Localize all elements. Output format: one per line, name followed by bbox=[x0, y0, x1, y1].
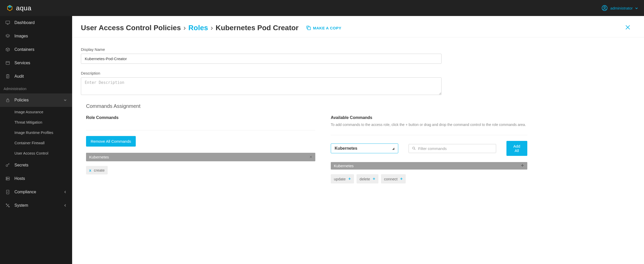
main-content: User Access Control Policies › Roles › K… bbox=[72, 16, 644, 264]
available-commands-title: Available Commands bbox=[331, 115, 527, 120]
svg-point-1 bbox=[604, 6, 605, 8]
page-header: User Access Control Policies › Roles › K… bbox=[72, 16, 644, 37]
svg-rect-3 bbox=[6, 61, 9, 65]
chip-label: update bbox=[334, 177, 346, 181]
sidebar-subitem-image-assurance[interactable]: Image Assurance bbox=[0, 107, 72, 117]
category-select[interactable]: Kubernetes ◢ bbox=[331, 143, 398, 153]
sidebar-item-system[interactable]: System bbox=[0, 199, 72, 212]
sidebar-subitem-image-runtime-profiles[interactable]: Image Runtime Profiles bbox=[0, 127, 72, 138]
sidebar-item-label: Secrets bbox=[14, 163, 28, 167]
add-chip-icon[interactable]: + bbox=[348, 176, 351, 181]
sidebar-item-containers[interactable]: Containers bbox=[0, 43, 72, 56]
user-menu[interactable]: administrator bbox=[601, 5, 638, 11]
role-group-label: Kubernetes bbox=[89, 155, 109, 159]
sidebar-item-hosts[interactable]: Hosts bbox=[0, 172, 72, 185]
sidebar-item-label: Dashboard bbox=[14, 20, 35, 25]
chip-label: delete bbox=[360, 177, 370, 181]
sidebar-item-policies[interactable]: Policies bbox=[0, 93, 72, 107]
clipboard-icon bbox=[5, 74, 10, 79]
sidebar-subitem-container-firewall[interactable]: Container Firewall bbox=[0, 138, 72, 148]
available-command-chip: update + bbox=[331, 174, 354, 183]
breadcrumb-sep: › bbox=[211, 24, 213, 32]
brand: aqua bbox=[6, 4, 31, 12]
remove-chip-icon[interactable]: x bbox=[89, 168, 91, 172]
caret-down-icon bbox=[635, 6, 638, 10]
server-icon bbox=[5, 176, 10, 181]
layers-icon bbox=[5, 34, 10, 39]
add-group-icon[interactable] bbox=[521, 164, 524, 168]
sidebar-subitem-user-access-control[interactable]: User Access Control bbox=[0, 148, 72, 158]
display-name-input[interactable] bbox=[81, 54, 442, 64]
sidebar-item-label: Audit bbox=[14, 74, 24, 79]
sidebar-item-audit[interactable]: Audit bbox=[0, 70, 72, 83]
remove-all-commands-button[interactable]: Remove All Commands bbox=[86, 136, 136, 147]
sidebar-item-services[interactable]: Services bbox=[0, 56, 72, 70]
description-label: Description bbox=[81, 71, 442, 75]
filter-commands-wrap bbox=[409, 144, 496, 153]
monitor-icon bbox=[5, 20, 10, 25]
make-copy-label: MAKE A COPY bbox=[313, 26, 341, 30]
chip-label: connect bbox=[384, 177, 398, 181]
svg-point-6 bbox=[6, 165, 8, 166]
breadcrumb-sep: › bbox=[183, 24, 186, 32]
sidebar-item-label: Images bbox=[14, 34, 28, 38]
svg-point-9 bbox=[7, 178, 7, 178]
add-all-button[interactable]: Add All bbox=[506, 141, 527, 156]
close-button[interactable] bbox=[624, 24, 631, 32]
logo-icon bbox=[6, 4, 13, 12]
svg-rect-5 bbox=[6, 100, 9, 102]
available-commands-hint: To add commands to the access role, clic… bbox=[331, 123, 527, 127]
category-selected: Kubernetes bbox=[335, 146, 357, 151]
breadcrumb-leaf: Kubernetes Pod Creator bbox=[216, 24, 299, 32]
svg-rect-8 bbox=[6, 179, 9, 180]
chevron-left-icon bbox=[63, 190, 67, 194]
available-command-chip: delete + bbox=[357, 174, 378, 183]
top-bar: aqua administrator bbox=[0, 0, 644, 16]
role-chip-row: x create bbox=[86, 166, 315, 174]
available-command-chip: connect + bbox=[381, 174, 406, 183]
role-group-bar: Kubernetes × bbox=[86, 153, 315, 161]
available-commands-column: Available Commands To add commands to th… bbox=[331, 115, 527, 183]
available-group-label: Kubernetes bbox=[334, 164, 354, 168]
filter-commands-input[interactable] bbox=[418, 146, 493, 151]
svg-point-15 bbox=[413, 147, 415, 149]
add-chip-icon[interactable]: + bbox=[373, 176, 375, 181]
panels-icon bbox=[5, 60, 10, 66]
role-commands-title: Role Commands bbox=[86, 115, 315, 120]
sidebar-item-compliance[interactable]: Compliance bbox=[0, 185, 72, 199]
box-icon bbox=[5, 47, 10, 52]
add-chip-icon[interactable]: + bbox=[400, 176, 403, 181]
chevron-left-icon bbox=[63, 204, 67, 207]
tools-icon bbox=[5, 203, 10, 208]
brand-text: aqua bbox=[16, 4, 31, 12]
breadcrumb-root: User Access Control Policies bbox=[81, 24, 181, 32]
search-icon bbox=[412, 146, 416, 150]
sidebar-item-label: Hosts bbox=[14, 176, 25, 181]
svg-rect-14 bbox=[308, 27, 310, 30]
user-icon bbox=[601, 5, 608, 11]
sidebar-item-secrets[interactable]: Secrets bbox=[0, 158, 72, 172]
svg-rect-7 bbox=[6, 177, 9, 178]
sidebar-item-label: Compliance bbox=[14, 190, 36, 194]
available-chip-row: update + delete + connect + bbox=[331, 174, 527, 183]
form-area: Display Name Description Commands Assign… bbox=[72, 37, 523, 191]
sidebar-item-label: System bbox=[14, 203, 28, 208]
breadcrumb-roles-link[interactable]: Roles bbox=[188, 24, 208, 32]
sidebar-policies-subitems: Image Assurance Threat Mitigation Image … bbox=[0, 107, 72, 158]
sidebar-subitem-threat-mitigation[interactable]: Threat Mitigation bbox=[0, 117, 72, 127]
chip-label: create bbox=[94, 168, 105, 172]
check-doc-icon bbox=[5, 189, 10, 195]
chevron-down-icon bbox=[63, 98, 67, 102]
commands-section-title: Commands Assignment bbox=[86, 103, 510, 109]
display-name-label: Display Name bbox=[81, 47, 442, 52]
sidebar-item-label: Containers bbox=[14, 47, 34, 52]
user-name: administrator bbox=[610, 6, 633, 10]
make-copy-button[interactable]: MAKE A COPY bbox=[306, 25, 341, 31]
sidebar-section-admin: Administration bbox=[0, 83, 72, 93]
description-input[interactable] bbox=[81, 77, 442, 95]
triangle-down-icon: ◢ bbox=[392, 147, 394, 150]
sidebar-item-label: Policies bbox=[14, 98, 29, 102]
remove-group-icon[interactable]: × bbox=[309, 154, 312, 160]
sidebar-item-images[interactable]: Images bbox=[0, 29, 72, 43]
sidebar-item-dashboard[interactable]: Dashboard bbox=[0, 16, 72, 29]
